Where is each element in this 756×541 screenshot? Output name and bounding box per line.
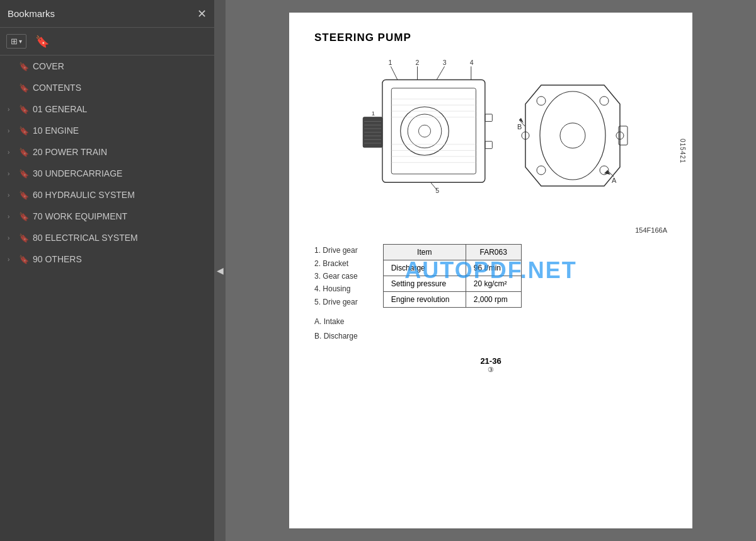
table-header-cell: FAR063 bbox=[466, 245, 521, 260]
svg-rect-32 bbox=[485, 114, 492, 121]
page-footer: 21-36 bbox=[314, 356, 667, 366]
ab-list: A. IntakeB. Discharge bbox=[314, 315, 358, 344]
sidebar-item-label: 10 ENGINE bbox=[33, 125, 79, 136]
svg-text:5: 5 bbox=[435, 187, 439, 194]
chevron-right-icon: › bbox=[8, 127, 15, 134]
chevron-down-icon: ▾ bbox=[19, 38, 22, 45]
sidebar-title: Bookmarks bbox=[8, 8, 55, 19]
svg-rect-9 bbox=[391, 88, 476, 174]
parts-list-item: 2. Bracket bbox=[314, 257, 358, 270]
parts-info: 1. Drive gear2. Bracket3. Gear case4. Ho… bbox=[314, 244, 358, 344]
table-cell: Setting pressure bbox=[383, 276, 466, 292]
page-container: STEERING PUMP 1 2 3 4 bbox=[289, 13, 692, 528]
svg-line-4 bbox=[391, 66, 398, 79]
table-row: Discharge96 ℓ/min bbox=[383, 260, 521, 276]
grid-icon: ⊞ bbox=[11, 37, 18, 46]
diagram-area: 1 2 3 4 bbox=[314, 57, 667, 214]
svg-point-37 bbox=[600, 96, 609, 105]
sidebar-item-60-hydraulic-system[interactable]: ›🔖60 HYDRAULIC SYSTEM bbox=[0, 184, 214, 206]
table-cell: Discharge bbox=[383, 260, 466, 276]
svg-point-35 bbox=[560, 123, 585, 148]
close-button[interactable]: ✕ bbox=[197, 7, 207, 21]
svg-line-6 bbox=[437, 66, 444, 79]
sidebar-item-70-work-equipment[interactable]: ›🔖70 WORK EQUIPMENT bbox=[0, 206, 214, 227]
bookmark-icon: 🔖 bbox=[19, 148, 29, 157]
sidebar-item-label: 60 HYDRAULIC SYSTEM bbox=[33, 190, 135, 200]
page-title: STEERING PUMP bbox=[314, 32, 667, 44]
bookmark-icon: 🔖 bbox=[19, 190, 29, 200]
sidebar-item-label: COVER bbox=[33, 61, 64, 71]
figure-reference: 154F166A bbox=[314, 226, 667, 234]
bookmark-icon: 🔖 bbox=[19, 62, 29, 71]
specs-table: ItemFAR063Discharge96 ℓ/minSetting press… bbox=[383, 244, 522, 308]
sidebar-item-label: 90 OTHERS bbox=[33, 254, 82, 264]
chevron-right-icon: › bbox=[8, 106, 15, 113]
lower-section: 1. Drive gear2. Bracket3. Gear case4. Ho… bbox=[314, 244, 667, 344]
svg-text:3: 3 bbox=[443, 59, 447, 66]
parts-list-item: 4. Housing bbox=[314, 282, 358, 295]
sidebar-item-80-electrical-system[interactable]: ›🔖80 ELECTRICAL SYSTEM bbox=[0, 227, 214, 248]
bookmark-icon: 🔖 bbox=[19, 126, 29, 136]
specs-section: ItemFAR063Discharge96 ℓ/minSetting press… bbox=[383, 244, 522, 344]
chevron-right-icon: › bbox=[8, 213, 15, 220]
svg-text:4: 4 bbox=[470, 59, 474, 66]
svg-rect-33 bbox=[485, 141, 492, 148]
svg-text:B: B bbox=[517, 123, 522, 131]
chevron-right-icon: › bbox=[8, 256, 15, 263]
table-cell: 2,000 rpm bbox=[466, 292, 521, 308]
sidebar-header: Bookmarks ✕ bbox=[0, 0, 214, 28]
sidebar-item-label: CONTENTS bbox=[33, 83, 81, 93]
chevron-right-icon: › bbox=[8, 235, 15, 241]
bookmark-icon: 🔖 bbox=[19, 105, 29, 114]
sidebar-item-label: 01 GENERAL bbox=[33, 104, 87, 114]
svg-point-11 bbox=[408, 114, 442, 148]
svg-point-12 bbox=[418, 125, 430, 137]
svg-text:A: A bbox=[612, 177, 617, 184]
sidebar: Bookmarks ✕ ⊞ ▾ 🔖 🔖COVER🔖CONTENTS›🔖01 GE… bbox=[0, 0, 214, 541]
view-toggle-button[interactable]: ⊞ ▾ bbox=[6, 34, 26, 49]
table-row: Setting pressure20 kg/cm² bbox=[383, 276, 521, 292]
sidebar-item-90-others[interactable]: ›🔖90 OTHERS bbox=[0, 248, 214, 270]
chevron-right-icon: › bbox=[8, 170, 15, 177]
svg-rect-8 bbox=[382, 79, 485, 182]
sidebar-item-10-engine[interactable]: ›🔖10 ENGINE bbox=[0, 120, 214, 141]
bookmark-icon[interactable]: 🔖 bbox=[32, 33, 53, 50]
sidebar-item-label: 70 WORK EQUIPMENT bbox=[33, 211, 127, 221]
sidebar-item-30-undercarriage[interactable]: ›🔖30 UNDERCARRIAGE bbox=[0, 163, 214, 184]
svg-text:1: 1 bbox=[389, 59, 392, 66]
table-cell: Engine revolution bbox=[383, 292, 466, 308]
parts-list-item: 5. Drive gear bbox=[314, 296, 358, 308]
collapse-sidebar-button[interactable]: ◀ bbox=[214, 0, 226, 541]
sidebar-item-label: 30 UNDERCARRIAGE bbox=[33, 168, 122, 178]
table-row: Engine revolution2,000 rpm bbox=[383, 292, 521, 308]
parts-list-item: 3. Gear case bbox=[314, 270, 358, 282]
pump-front-diagram: 1 2 3 4 bbox=[352, 57, 497, 214]
table-cell: 20 kg/cm² bbox=[466, 276, 521, 292]
svg-text:2: 2 bbox=[416, 59, 420, 66]
svg-point-34 bbox=[540, 91, 605, 180]
sidebar-items: 🔖COVER🔖CONTENTS›🔖01 GENERAL›🔖10 ENGINE›🔖… bbox=[0, 55, 214, 541]
pump-side-diagram: A B bbox=[516, 66, 629, 205]
chevron-right-icon: › bbox=[8, 192, 15, 199]
table-header-cell: Item bbox=[383, 245, 466, 260]
bookmark-icon: 🔖 bbox=[19, 255, 29, 264]
ab-list-item: B. Discharge bbox=[314, 329, 358, 344]
bookmark-icon: 🔖 bbox=[19, 233, 29, 243]
sidebar-item-contents[interactable]: 🔖CONTENTS bbox=[0, 77, 214, 98]
sidebar-item-01-general[interactable]: ›🔖01 GENERAL bbox=[0, 98, 214, 120]
main-content: STEERING PUMP 1 2 3 4 bbox=[226, 0, 756, 541]
table-cell: 96 ℓ/min bbox=[466, 260, 521, 276]
sidebar-toolbar: ⊞ ▾ 🔖 bbox=[0, 28, 214, 55]
bookmark-icon: 🔖 bbox=[19, 83, 29, 93]
side-note: 015421 bbox=[679, 139, 686, 163]
sidebar-item-20-power-train[interactable]: ›🔖20 POWER TRAIN bbox=[0, 141, 214, 163]
parts-list: 1. Drive gear2. Bracket3. Gear case4. Ho… bbox=[314, 244, 358, 308]
page-footer-sub: ③ bbox=[314, 366, 667, 374]
ab-list-item: A. Intake bbox=[314, 315, 358, 329]
bookmark-icon: 🔖 bbox=[19, 169, 29, 178]
svg-point-36 bbox=[537, 96, 546, 105]
sidebar-item-label: 20 POWER TRAIN bbox=[33, 147, 107, 157]
svg-text:1: 1 bbox=[372, 110, 375, 117]
sidebar-item-cover[interactable]: 🔖COVER bbox=[0, 55, 214, 77]
chevron-left-icon: ◀ bbox=[217, 265, 224, 276]
